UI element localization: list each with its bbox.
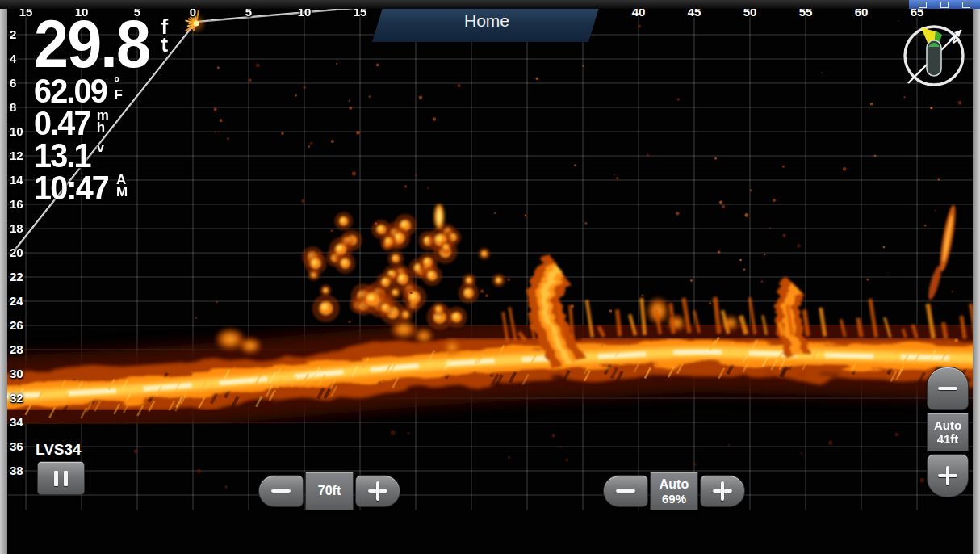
right-border-strip — [973, 9, 980, 554]
depth-unit: ft — [161, 18, 169, 53]
speed-value: 0.47 — [34, 107, 90, 139]
pause-icon — [54, 471, 58, 486]
data-overlay-readouts: 29.8ft62.09ºF0.47mh13.1v10:47AM — [34, 13, 168, 204]
left-border-strip — [0, 9, 7, 554]
depth-tick-label: 14 — [10, 173, 23, 187]
depth-tick-label: 2 — [10, 27, 16, 41]
minimize-icon[interactable] — [940, 2, 949, 8]
restore-icon[interactable] — [962, 2, 970, 8]
water-temp-value: 62.09 — [34, 74, 107, 107]
forward-range-minus-button[interactable] — [258, 475, 304, 507]
depth-tick-label: 22 — [10, 270, 23, 283]
pause-button[interactable] — [37, 461, 85, 495]
pin-icon[interactable] — [919, 2, 927, 8]
depth-readout: 29.8ft — [34, 13, 168, 74]
depth-tick-label: 36 — [10, 439, 23, 453]
depth-range-text: 41ft — [937, 432, 959, 446]
minus-icon — [616, 489, 635, 493]
plus-icon — [713, 481, 732, 501]
forward-range-value[interactable]: 70ft — [305, 472, 354, 510]
minus-icon — [938, 387, 957, 390]
depth-tick-label: 8 — [10, 100, 16, 114]
voltage-value: 13.1 — [34, 139, 90, 171]
depth-range-plus-button[interactable] — [927, 454, 969, 497]
pause-icon — [64, 471, 68, 486]
gain-mode-text: Auto — [660, 477, 689, 492]
menu-button-label: Home — [464, 11, 509, 31]
depth-range-value[interactable]: Auto 41ft — [927, 413, 969, 451]
gain-percent-text: 69% — [662, 492, 686, 506]
depth-tick-label: 12 — [10, 149, 23, 162]
depth-tick-label: 18 — [10, 221, 23, 235]
depth-tick-label: 20 — [10, 246, 23, 259]
depth-tick-label: 34 — [10, 415, 23, 429]
transducer-orientation-compass-icon[interactable]: N — [898, 19, 970, 92]
depth-tick-label: 30 — [10, 367, 23, 380]
depth-value: 29.8 — [34, 13, 149, 74]
gain-value[interactable]: Auto 69% — [650, 472, 698, 510]
depth-tick-label: 32 — [10, 391, 23, 405]
depth-tick-label: 26 — [10, 318, 23, 332]
voltage-unit: v — [97, 141, 104, 153]
video-top-strip — [0, 0, 980, 9]
plus-icon — [938, 466, 957, 485]
depth-tick-label: 10 — [10, 124, 23, 138]
speed-readout: 0.47mh — [34, 107, 168, 139]
depth-tick-label: 24 — [10, 294, 23, 308]
time-value: 10:47 — [34, 171, 108, 204]
remote-toolbar[interactable] — [909, 0, 980, 9]
time-readout: 10:47AM — [34, 171, 168, 204]
depth-range-mode-text: Auto — [934, 418, 961, 432]
depth-tick-label: 38 — [10, 464, 23, 477]
voltage-readout: 13.1v — [34, 139, 168, 171]
gain-plus-button[interactable] — [700, 475, 745, 507]
sonar-screen: 1510505101520253035404550556065 24681012… — [0, 0, 980, 554]
depth-range-minus-button[interactable] — [927, 367, 969, 410]
minus-icon — [271, 489, 291, 493]
transducer-label: LVS34 — [36, 441, 82, 459]
depth-tick-label: 28 — [10, 342, 23, 356]
gain-minus-button[interactable] — [603, 475, 648, 507]
plus-icon — [368, 481, 387, 501]
depth-tick-label: 4 — [10, 52, 16, 65]
depth-tick-label: 6 — [10, 76, 16, 90]
speed-unit: mh — [97, 109, 109, 133]
depth-tick-label: 16 — [10, 197, 23, 211]
forward-range-plus-button[interactable] — [355, 475, 400, 507]
forward-range-text: 70ft — [318, 484, 341, 498]
time-unit: AM — [116, 174, 128, 198]
